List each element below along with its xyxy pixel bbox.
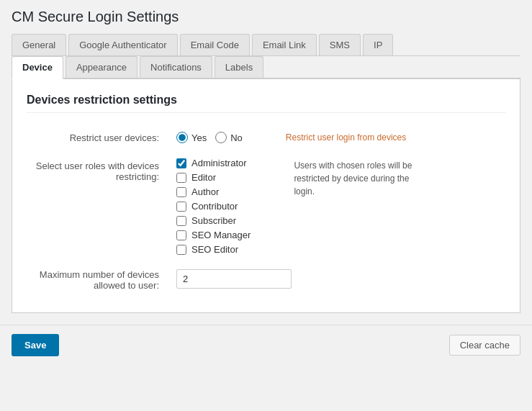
roles-label: Select user roles with devices restricti… [27,150,171,262]
role-seo-manager-label[interactable]: SEO Manager [176,230,251,240]
restrict-devices-controls: Yes No Restrict user login from devices [171,125,505,150]
clear-cache-button[interactable]: Clear cache [449,335,520,356]
content-panel: Devices restriction settings Restrict us… [12,79,520,313]
page-wrapper: CM Secure Login Settings General Google … [0,0,532,325]
role-administrator-label[interactable]: Administrator [176,158,251,168]
tab-email-link[interactable]: Email Link [252,34,317,55]
max-devices-row: Maximum number of devices allowed to use… [27,262,505,298]
tab-email-code[interactable]: Email Code [180,34,250,55]
footer: Save Clear cache [0,325,532,365]
radio-group: Yes No [176,132,243,143]
role-subscriber-label[interactable]: Subscriber [176,215,251,226]
role-seo-manager-text: SEO Manager [191,230,251,240]
role-subscriber-text: Subscriber [191,215,236,226]
role-administrator-text: Administrator [191,158,247,168]
role-seo-editor-label[interactable]: SEO Editor [176,244,251,255]
radio-yes-text: Yes [191,132,207,143]
roles-row: Select user roles with devices restricti… [27,150,505,262]
radio-no-label[interactable]: No [215,132,243,143]
roles-note: Users with chosen roles will be restrict… [294,159,423,198]
tabs-row-2: Device Appearance Notifications Labels [12,56,520,79]
role-administrator-checkbox[interactable] [176,158,186,168]
role-editor-text: Editor [191,172,216,183]
max-devices-input[interactable] [176,269,292,289]
tab-device[interactable]: Device [12,56,63,79]
role-author-text: Author [191,186,219,197]
tabs-row-1: General Google Authenticator Email Code … [12,34,520,56]
tab-google-authenticator[interactable]: Google Authenticator [68,34,177,55]
roles-controls: Administrator Editor Author [171,150,505,262]
role-subscriber-checkbox[interactable] [176,216,186,226]
radio-no-input[interactable] [215,132,227,143]
tab-ip[interactable]: IP [363,34,393,55]
max-devices-label: Maximum number of devices allowed to use… [27,262,171,298]
radio-yes-label[interactable]: Yes [176,132,207,143]
radio-yes-input[interactable] [176,132,188,143]
page-title: CM Secure Login Settings [12,9,520,25]
restrict-help-text: Restrict user login from devices [286,132,406,143]
checkbox-list: Administrator Editor Author [176,158,251,255]
role-editor-checkbox[interactable] [176,173,186,183]
save-button[interactable]: Save [12,334,59,356]
role-editor-label[interactable]: Editor [176,172,251,183]
radio-no-text: No [230,132,243,143]
tab-general[interactable]: General [12,34,66,55]
role-contributor-checkbox[interactable] [176,202,186,212]
section-title: Devices restriction settings [27,94,505,113]
tab-sms[interactable]: SMS [319,34,361,55]
restrict-devices-row: Restrict user devices: Yes No [27,125,505,150]
role-contributor-text: Contributor [191,201,238,212]
role-contributor-label[interactable]: Contributor [176,201,251,212]
tab-notifications[interactable]: Notifications [140,56,212,78]
role-seo-editor-checkbox[interactable] [176,245,186,255]
tab-appearance[interactable]: Appearance [66,56,137,78]
tab-labels[interactable]: Labels [215,56,263,78]
role-author-label[interactable]: Author [176,186,251,197]
restrict-devices-label: Restrict user devices: [27,125,171,150]
max-devices-control [171,262,505,298]
role-seo-editor-text: SEO Editor [191,244,238,255]
role-author-checkbox[interactable] [176,187,186,197]
role-seo-manager-checkbox[interactable] [176,230,186,240]
form-table: Restrict user devices: Yes No [27,125,505,298]
